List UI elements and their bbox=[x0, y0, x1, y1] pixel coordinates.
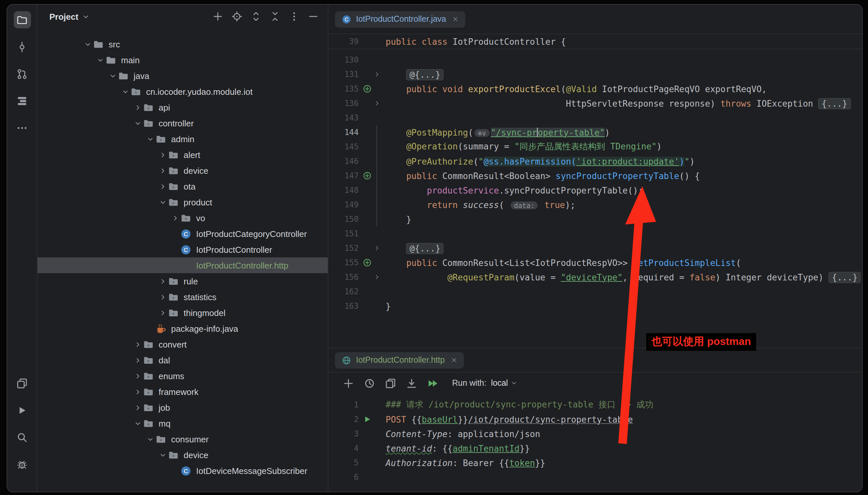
tab-iotproductcontroller-java[interactable]: C IotProductController.java bbox=[335, 11, 465, 27]
tree-item-cn-iocoder-yudao-module-iot[interactable]: cn.iocoder.yudao.module.iot bbox=[37, 84, 328, 99]
examples-icon[interactable] bbox=[385, 377, 396, 389]
tree-item-label: device bbox=[184, 450, 208, 460]
fold-chevron-icon[interactable] bbox=[372, 270, 381, 284]
editor-tab-label: IotProductController.java bbox=[356, 15, 446, 24]
import-icon[interactable] bbox=[406, 377, 417, 389]
tree-item-iotproductcontroller-http[interactable]: IotProductController.http bbox=[37, 257, 328, 273]
tree-item-main[interactable]: main bbox=[37, 52, 328, 68]
svg-text:C: C bbox=[184, 467, 188, 474]
tree-item-java[interactable]: java bbox=[37, 68, 328, 84]
endpoint-gutter-icon[interactable] bbox=[363, 84, 372, 94]
tree-item-alert[interactable]: alert bbox=[37, 147, 328, 163]
chevron-right-icon[interactable] bbox=[157, 167, 168, 174]
tree-item-mq[interactable]: mq bbox=[37, 415, 328, 431]
chevron-right-icon[interactable] bbox=[132, 104, 143, 111]
chevron-right-icon[interactable] bbox=[132, 404, 143, 411]
tree-item-dal[interactable]: dal bbox=[37, 352, 328, 368]
tree-item-admin[interactable]: admin bbox=[37, 131, 328, 147]
chevron-right-icon[interactable] bbox=[157, 151, 168, 158]
chevron-down-icon[interactable] bbox=[95, 56, 105, 64]
tree-item-consumer[interactable]: consumer bbox=[37, 431, 328, 447]
tree-item-controller[interactable]: controller bbox=[37, 115, 328, 131]
running-windows-icon[interactable] bbox=[14, 375, 31, 392]
hide-panel-icon[interactable] bbox=[308, 11, 318, 22]
tree-item-device[interactable]: device bbox=[37, 163, 328, 178]
chevron-down-icon[interactable] bbox=[120, 88, 130, 95]
run-icon[interactable] bbox=[14, 402, 31, 419]
tree-item-iotproductcontroller[interactable]: CIotProductController bbox=[37, 242, 328, 257]
tree-item-thingmodel[interactable]: thingmodel bbox=[37, 305, 328, 321]
tree-item-product[interactable]: product bbox=[37, 194, 328, 210]
screenshot-stage: Project srcmainjavacn.iocoder.yudao.modu… bbox=[0, 0, 868, 495]
more-options-icon[interactable] bbox=[289, 11, 299, 22]
history-icon[interactable] bbox=[364, 377, 375, 389]
more-tool-windows-icon[interactable] bbox=[14, 119, 31, 136]
chevron-down-icon[interactable] bbox=[132, 420, 143, 427]
chevron-right-icon[interactable] bbox=[132, 372, 143, 379]
line-number: 144 bbox=[328, 128, 361, 137]
chevron-right-icon[interactable] bbox=[157, 277, 168, 285]
chevron-right-icon[interactable] bbox=[157, 183, 168, 190]
debug-icon[interactable] bbox=[14, 456, 31, 473]
project-panel-title[interactable]: Project bbox=[49, 12, 78, 21]
add-request-icon[interactable] bbox=[343, 377, 354, 389]
chevron-down-icon[interactable] bbox=[157, 451, 168, 459]
chevron-right-icon[interactable] bbox=[157, 309, 168, 316]
environment-selector[interactable]: local bbox=[491, 378, 517, 388]
chevron-down-icon[interactable] bbox=[82, 40, 93, 48]
tree-item-label: statistics bbox=[184, 292, 216, 302]
collapse-all-icon[interactable] bbox=[270, 11, 280, 22]
tree-item-api[interactable]: api bbox=[37, 99, 328, 115]
chevron-right-icon[interactable] bbox=[132, 341, 143, 348]
chevron-right-icon[interactable] bbox=[157, 293, 168, 301]
endpoint-gutter-icon[interactable] bbox=[363, 171, 372, 181]
tab-iotproductcontroller-http[interactable]: IotProductController.http bbox=[335, 352, 464, 368]
search-everywhere-icon[interactable] bbox=[14, 428, 31, 446]
structure-icon[interactable] bbox=[14, 92, 31, 109]
tree-item-label: alert bbox=[184, 150, 201, 160]
chevron-down-icon[interactable] bbox=[132, 119, 143, 127]
tree-item-statistics[interactable]: statistics bbox=[37, 289, 328, 305]
add-icon[interactable] bbox=[212, 11, 223, 22]
chevron-right-icon[interactable] bbox=[170, 214, 180, 222]
line-number: 155 bbox=[328, 258, 361, 267]
tree-item-iotproductcategorycontroller[interactable]: CIotProductCategoryController bbox=[37, 226, 328, 242]
chevron-right-icon[interactable] bbox=[132, 356, 143, 364]
run-request-icon[interactable] bbox=[363, 414, 372, 424]
locate-file-icon[interactable] bbox=[232, 11, 242, 22]
chevron-right-icon[interactable] bbox=[132, 388, 143, 395]
chevron-down-icon[interactable] bbox=[107, 72, 118, 79]
tree-item-src[interactable]: src bbox=[37, 36, 328, 52]
chevron-down-icon[interactable] bbox=[82, 13, 89, 20]
tree-item-ota[interactable]: ota bbox=[37, 178, 328, 194]
tree-item-rule[interactable]: rule bbox=[37, 273, 328, 289]
chevron-down-icon[interactable] bbox=[157, 199, 168, 206]
run-with-label: Run with: bbox=[452, 378, 486, 388]
expand-all-icon[interactable] bbox=[251, 11, 261, 22]
editor-code: 130131 @{...}135 public void exportProdu… bbox=[328, 53, 862, 313]
tree-item-framework[interactable]: framework bbox=[37, 384, 328, 399]
close-icon[interactable] bbox=[451, 357, 457, 363]
chevron-down-icon[interactable] bbox=[145, 135, 155, 142]
line-number: 3 bbox=[328, 429, 361, 438]
tree-item-device[interactable]: device bbox=[37, 447, 328, 463]
class-icon: C bbox=[342, 14, 351, 24]
project-icon[interactable] bbox=[14, 11, 31, 28]
commit-icon[interactable] bbox=[14, 38, 31, 55]
tree-item-convert[interactable]: convert bbox=[37, 336, 328, 352]
fold-chevron-icon[interactable] bbox=[372, 96, 381, 110]
tree-item-vo[interactable]: vo bbox=[37, 210, 328, 226]
fold-chevron-icon[interactable] bbox=[372, 67, 381, 82]
tree-item-label: ota bbox=[184, 181, 195, 191]
tree-item-enums[interactable]: enums bbox=[37, 368, 328, 384]
tree-item-job[interactable]: job bbox=[37, 399, 328, 415]
pull-requests-icon[interactable] bbox=[14, 65, 31, 82]
tree-item-iotdevicemessagesubscriber[interactable]: CIotDeviceMessageSubscriber bbox=[37, 463, 328, 479]
tree-item-package-info-java[interactable]: package-info.java bbox=[37, 321, 328, 336]
endpoint-gutter-icon[interactable] bbox=[363, 258, 372, 268]
close-icon[interactable] bbox=[452, 16, 459, 22]
run-all-icon[interactable] bbox=[427, 377, 438, 389]
chevron-down-icon[interactable] bbox=[145, 436, 155, 443]
fold-chevron-icon[interactable] bbox=[372, 241, 381, 255]
project-panel-header: Project bbox=[37, 5, 328, 28]
